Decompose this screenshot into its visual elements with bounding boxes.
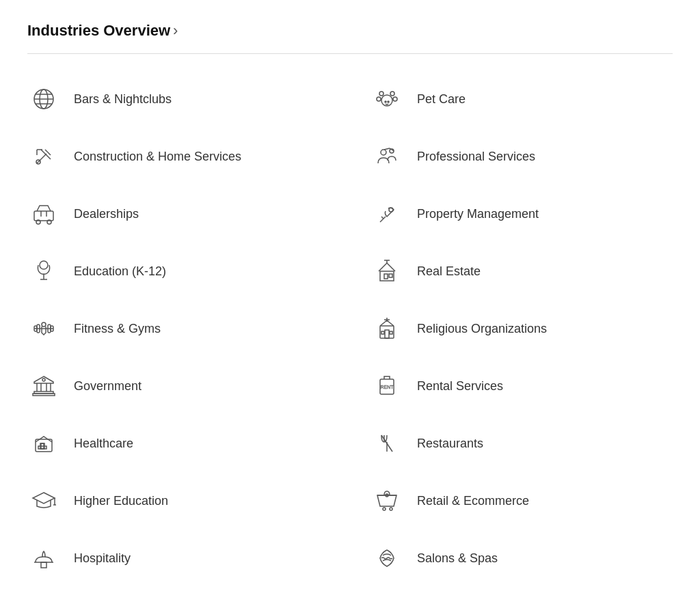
restaurants-icon — [371, 427, 403, 460]
fitness-label: Fitness & Gyms — [74, 322, 161, 336]
hospitality-label: Hospitality — [74, 551, 131, 566]
construction-label: Construction & Home Services — [74, 150, 241, 164]
svg-point-45 — [390, 92, 394, 96]
col-left: Bars & Nightclubs Construction & Home Se… — [27, 70, 329, 606]
svg-line-56 — [381, 217, 383, 219]
property-management-icon — [371, 197, 403, 230]
svg-point-24 — [42, 322, 46, 327]
svg-point-49 — [388, 101, 389, 102]
svg-point-44 — [379, 92, 383, 96]
pet-care-icon — [371, 83, 403, 115]
svg-rect-67 — [385, 330, 389, 338]
industry-property-management[interactable]: Property Management — [371, 185, 673, 243]
government-label: Government — [74, 379, 142, 394]
fitness-icon — [27, 312, 60, 345]
industry-professional-services[interactable]: Professional Services — [371, 128, 673, 185]
svg-point-47 — [393, 97, 397, 101]
healthcare-label: Healthcare — [74, 437, 133, 451]
svg-marker-37 — [33, 493, 55, 504]
bars-nightclubs-label: Bars & Nightclubs — [74, 92, 172, 107]
svg-point-46 — [377, 97, 381, 101]
svg-line-5 — [37, 154, 46, 163]
salons-label: Salons & Spas — [417, 551, 498, 566]
svg-point-32 — [42, 378, 45, 381]
higher-education-icon — [27, 484, 60, 517]
industry-pet-care[interactable]: Pet Care — [371, 70, 673, 128]
healthcare-icon — [27, 427, 60, 460]
education-label: Education (K-12) — [74, 264, 166, 279]
svg-rect-11 — [34, 211, 53, 221]
industry-salons[interactable]: Salons & Spas — [371, 529, 673, 587]
industry-restaurants[interactable]: Restaurants — [371, 415, 673, 472]
svg-point-73 — [383, 508, 386, 510]
industry-higher-education[interactable]: Higher Education — [27, 472, 329, 529]
svg-rect-41 — [41, 562, 46, 568]
pet-care-label: Pet Care — [417, 92, 466, 107]
svg-point-74 — [390, 508, 392, 510]
real-estate-label: Real Estate — [417, 264, 481, 279]
industry-transportation[interactable]: Transportation — [371, 587, 673, 606]
bars-nightclubs-icon — [27, 83, 60, 115]
industry-education[interactable]: Education (K-12) — [27, 243, 329, 300]
industry-dealerships[interactable]: Dealerships — [27, 185, 329, 243]
property-management-label: Property Management — [417, 207, 539, 221]
svg-text:RENT: RENT — [380, 385, 394, 389]
svg-rect-65 — [381, 331, 384, 334]
retail-label: Retail & Ecommerce — [417, 494, 529, 508]
industry-rental[interactable]: RENT Rental Services — [371, 357, 673, 415]
construction-icon — [27, 140, 60, 173]
religious-icon — [371, 312, 403, 345]
svg-rect-57 — [380, 271, 394, 281]
retail-icon — [371, 484, 403, 517]
svg-rect-58 — [384, 274, 388, 279]
dealerships-label: Dealerships — [74, 207, 139, 221]
svg-line-52 — [384, 148, 390, 150]
transportation-icon — [371, 599, 403, 606]
industry-construction[interactable]: Construction & Home Services — [27, 128, 329, 185]
svg-rect-31 — [33, 394, 55, 396]
svg-rect-62 — [380, 326, 394, 338]
divider — [27, 53, 673, 54]
professional-services-icon — [371, 140, 403, 173]
dealerships-icon — [27, 197, 60, 230]
svg-marker-25 — [34, 376, 53, 383]
svg-rect-66 — [390, 331, 392, 334]
industries-grid: Bars & Nightclubs Construction & Home Se… — [27, 70, 673, 606]
rental-label: Rental Services — [417, 379, 503, 394]
industry-retail[interactable]: Retail & Ecommerce — [371, 472, 673, 529]
government-icon — [27, 370, 60, 402]
col-right: Pet Care Professional Services — [371, 70, 673, 606]
svg-rect-59 — [389, 274, 392, 277]
industry-real-estate[interactable]: Real Estate — [371, 243, 673, 300]
industry-healthcare[interactable]: Healthcare — [27, 415, 329, 472]
page-header: Industries Overview› — [27, 22, 673, 40]
svg-point-48 — [385, 101, 386, 102]
rental-icon: RENT — [371, 370, 403, 402]
svg-point-50 — [381, 150, 386, 155]
industry-hospitality[interactable]: Hospitality — [27, 529, 329, 587]
svg-point-16 — [40, 261, 48, 269]
restaurants-label: Restaurants — [417, 437, 483, 451]
industry-bars-nightclubs[interactable]: Bars & Nightclubs — [27, 70, 329, 128]
professional-services-label: Professional Services — [417, 150, 535, 164]
religious-label: Religious Organizations — [417, 322, 547, 336]
higher-education-label: Higher Education — [74, 494, 168, 508]
salons-icon — [371, 542, 403, 575]
hospitality-icon — [27, 542, 60, 575]
education-icon — [27, 255, 60, 288]
industry-fitness[interactable]: Fitness & Gyms — [27, 300, 329, 357]
real-estate-icon — [371, 255, 403, 288]
industry-religious[interactable]: Religious Organizations — [371, 300, 673, 357]
marketing-icon — [27, 599, 60, 606]
industry-marketing[interactable]: Marketing Agencies — [27, 587, 329, 606]
industry-government[interactable]: Government — [27, 357, 329, 415]
page-title[interactable]: Industries Overview› — [27, 22, 673, 40]
